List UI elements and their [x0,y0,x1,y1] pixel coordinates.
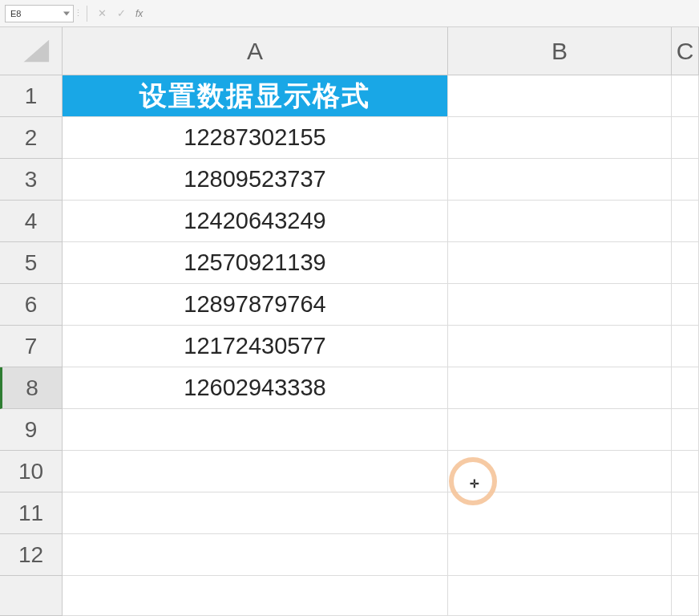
cell-B6[interactable] [448,284,672,326]
row-2: 12287302155 [63,117,699,159]
name-box[interactable]: E8 [5,5,74,22]
cell-C2[interactable] [672,117,699,159]
cell-B3[interactable] [448,159,672,201]
cell-C13[interactable] [672,576,699,616]
column-header-B[interactable]: B [448,27,672,75]
row-13 [63,576,699,616]
x-icon: ✕ [98,7,107,19]
row-5: 12570921139 [63,242,699,284]
column-header-C[interactable]: C [672,27,699,75]
select-all-corner[interactable] [0,27,63,75]
row-8: 12602943338 [63,367,699,409]
cell-B9[interactable] [448,409,672,451]
svg-marker-0 [24,40,49,63]
row-3: 12809523737 [63,159,699,201]
cell-C9[interactable] [672,409,699,451]
formula-input[interactable] [143,5,694,22]
check-icon: ✓ [117,7,126,19]
cell-C4[interactable] [672,201,699,242]
cell-C10[interactable] [672,451,699,492]
formula-bar: E8 ⋮ ✕ ✓ fx [0,0,699,27]
cell-A12[interactable] [63,534,448,576]
cell-A5[interactable]: 12570921139 [63,242,448,284]
cell-B13[interactable] [448,576,672,616]
row-header-3[interactable]: 3 [0,159,62,201]
row-12 [63,534,699,576]
cell-C8[interactable] [672,367,699,409]
row-header-10[interactable]: 10 [0,451,62,492]
cell-B8[interactable] [448,367,672,409]
row-header-6[interactable]: 6 [0,284,62,326]
cell-B10[interactable] [448,451,672,492]
row-header-7[interactable]: 7 [0,326,62,367]
cell-A13[interactable] [63,576,448,616]
cell-B12[interactable] [448,534,672,576]
name-box-value: E8 [10,9,21,18]
cell-B7[interactable] [448,326,672,367]
cell-C3[interactable] [672,159,699,201]
cell-B1[interactable] [448,75,672,117]
row-header-8[interactable]: 8 [0,367,62,409]
row-header-9[interactable]: 9 [0,409,62,451]
row-9 [63,409,699,451]
cell-C5[interactable] [672,242,699,284]
divider [87,6,87,22]
cell-A1[interactable]: 设置数据显示格式 [63,75,448,117]
row-10 [63,451,699,492]
row-header-13[interactable] [0,576,62,616]
row-1: 设置数据显示格式 [63,75,699,117]
cell-C12[interactable] [672,534,699,576]
row-headers: 1 2 3 4 5 6 7 8 9 10 11 12 [0,75,63,616]
column-headers: A B C [63,27,699,75]
cell-A9[interactable] [63,409,448,451]
row-header-4[interactable]: 4 [0,201,62,242]
cell-C7[interactable] [672,326,699,367]
column-header-A[interactable]: A [63,27,448,75]
cell-C11[interactable] [672,492,699,534]
cell-A3[interactable]: 12809523737 [63,159,448,201]
row-header-5[interactable]: 5 [0,242,62,284]
cell-A8[interactable]: 12602943338 [63,367,448,409]
row-header-2[interactable]: 2 [0,117,62,159]
cell-A6[interactable]: 12897879764 [63,284,448,326]
cell-A2[interactable]: 12287302155 [63,117,448,159]
row-7: 12172430577 [63,326,699,367]
cell-A11[interactable] [63,492,448,534]
cell-C6[interactable] [672,284,699,326]
cell-B5[interactable] [448,242,672,284]
cell-B4[interactable] [448,201,672,242]
cell-A10[interactable] [63,451,448,492]
row-header-12[interactable]: 12 [0,534,62,576]
cancel-formula-button[interactable]: ✕ [94,6,110,22]
row-header-1[interactable]: 1 [0,75,62,117]
cell-B11[interactable] [448,492,672,534]
cell-A7[interactable]: 12172430577 [63,326,448,367]
row-4: 12420643249 [63,201,699,242]
cell-B2[interactable] [448,117,672,159]
cell-A4[interactable]: 12420643249 [63,201,448,242]
row-6: 12897879764 [63,284,699,326]
dropdown-caret-icon [63,11,70,15]
spreadsheet-area: A B C 1 2 3 4 5 6 7 8 9 10 11 12 设置数据显示格… [0,27,699,616]
accept-formula-button[interactable]: ✓ [113,6,129,22]
fx-icon[interactable]: fx [135,8,143,19]
row-header-11[interactable]: 11 [0,492,62,534]
separator: ⋮ [74,8,82,18]
row-11 [63,492,699,534]
cell-C1[interactable] [672,75,699,117]
cell-grid: 设置数据显示格式 12287302155 12809523737 1242064… [63,75,699,616]
